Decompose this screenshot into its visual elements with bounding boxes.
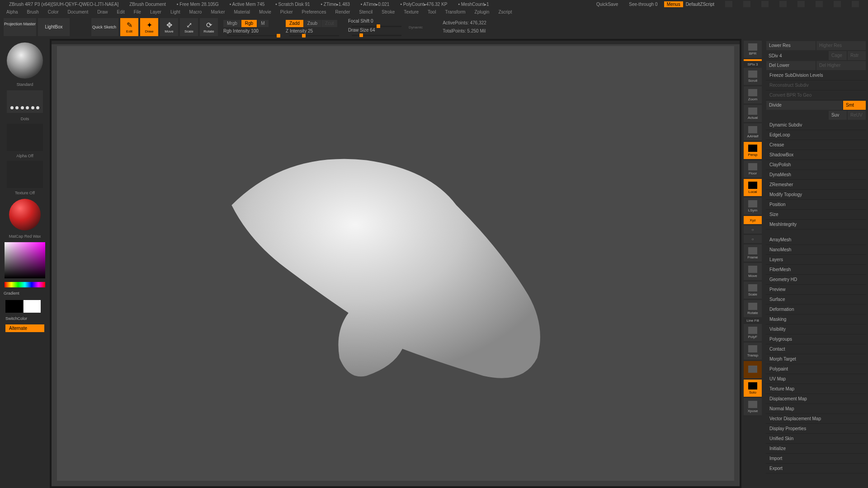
section-crease[interactable]: Crease	[766, 140, 866, 150]
section-surface[interactable]: Surface	[766, 295, 866, 305]
menu-render[interactable]: Render	[335, 9, 350, 14]
rotate-mode-button[interactable]: ⟳Rotate	[200, 18, 218, 36]
aahalf-button[interactable]: AAHalf	[744, 123, 762, 141]
window-button-3[interactable]	[761, 1, 769, 7]
window-button-5[interactable]	[797, 1, 805, 7]
window-button-2[interactable]	[743, 1, 750, 7]
menu-transform[interactable]: Transform	[445, 9, 465, 14]
edit-mode-button[interactable]: ✎Edit	[120, 18, 138, 36]
section-deformation[interactable]: Deformation	[766, 305, 866, 314]
focal-shift-slider[interactable]	[352, 26, 401, 27]
secondary-color-swatch[interactable]	[5, 300, 23, 313]
material-selector[interactable]	[9, 199, 41, 230]
section-layers[interactable]: Layers	[766, 255, 866, 265]
section-arraymesh[interactable]: ArrayMesh	[766, 235, 866, 245]
rgb-button[interactable]: Rgb	[241, 20, 257, 27]
axis-y-button[interactable]: ○	[744, 225, 762, 234]
section-morph-target[interactable]: Morph Target	[766, 354, 866, 364]
move-mode-button[interactable]: ✥Move	[160, 18, 178, 36]
menu-light[interactable]: Light	[170, 9, 180, 14]
menu-zplugin[interactable]: Zplugin	[475, 9, 490, 14]
section-edgeloop[interactable]: EdgeLoop	[766, 130, 866, 140]
hue-strip[interactable]	[5, 282, 45, 287]
projection-master-button[interactable]: Projection Master	[4, 18, 36, 36]
section-initialize[interactable]: Initialize	[766, 444, 866, 454]
convert-bpr-button[interactable]: Convert BPR To Geo	[766, 90, 866, 100]
quicksave-button[interactable]: QuickSave	[596, 2, 618, 7]
cage-button[interactable]: Cage	[829, 51, 847, 60]
section-fibermesh[interactable]: FiberMesh	[766, 265, 866, 275]
del-lower-button[interactable]: Del Lower	[766, 61, 816, 70]
persp-button[interactable]: Persp	[744, 142, 762, 159]
scale-view-button[interactable]: Scale	[744, 282, 762, 299]
menu-marker[interactable]: Marker	[211, 9, 225, 14]
menu-draw[interactable]: Draw	[97, 9, 108, 14]
section-texture-map[interactable]: Texture Map	[766, 384, 866, 394]
section-export[interactable]: Export	[766, 464, 866, 474]
spix-label[interactable]: SPix 3	[747, 62, 758, 66]
section-visibility[interactable]: Visibility	[766, 324, 866, 334]
lower-res-button[interactable]: Lower Res	[766, 41, 816, 50]
menu-zscript[interactable]: Zscript	[498, 9, 512, 14]
seethrough-slider[interactable]: See-through 0	[629, 2, 657, 7]
actual-button[interactable]: Actual	[744, 105, 762, 122]
color-picker[interactable]	[5, 242, 45, 278]
xyz-button[interactable]: Xyz	[744, 216, 762, 224]
del-higher-button[interactable]: Del Higher	[816, 61, 866, 70]
zoom-button[interactable]: Zoom	[744, 86, 762, 103]
rotate-view-button[interactable]: Rotate	[744, 300, 762, 317]
local-button[interactable]: Local	[744, 179, 762, 196]
section-import[interactable]: Import	[766, 454, 866, 464]
section-shadowbox[interactable]: ShadowBox	[766, 150, 866, 160]
section-meshintegrity[interactable]: MeshIntegrity	[766, 220, 866, 230]
polyf-button[interactable]: PolyF	[744, 324, 762, 341]
ghost-button[interactable]	[744, 361, 762, 378]
scroll-button[interactable]: Scroll	[744, 68, 762, 85]
brush-selector[interactable]	[7, 42, 43, 79]
menu-material[interactable]: Material	[234, 9, 250, 14]
window-close[interactable]	[852, 1, 859, 7]
viewport[interactable]	[57, 46, 734, 481]
section-uv-map[interactable]: UV Map	[766, 374, 866, 384]
sdiv-slider[interactable]: SDiv 4	[766, 52, 828, 59]
move-view-button[interactable]: Move	[744, 263, 762, 280]
section-normal-map[interactable]: Normal Map	[766, 404, 866, 414]
freeze-subdiv-button[interactable]: Freeze SubDivision Levels	[766, 70, 866, 80]
draw-mode-button[interactable]: ✦Draw	[140, 18, 158, 36]
section-polypaint[interactable]: Polypaint	[766, 364, 866, 374]
section-nanomesh[interactable]: NanoMesh	[766, 245, 866, 255]
reuv-button[interactable]: ReUV	[848, 111, 866, 120]
gradient-label[interactable]: Gradient	[2, 289, 48, 297]
section-modify-topology[interactable]: Modify Topology	[766, 190, 866, 200]
section-dynamesh[interactable]: DynaMesh	[766, 170, 866, 180]
menu-movie[interactable]: Movie	[259, 9, 271, 14]
default-zscript[interactable]: DefaultZScript	[686, 2, 714, 7]
canvas-area[interactable]	[52, 41, 740, 486]
section-contact[interactable]: Contact	[766, 344, 866, 354]
alpha-selector[interactable]	[7, 124, 43, 151]
suv-button[interactable]: Suv	[829, 111, 847, 120]
menu-tool[interactable]: Tool	[428, 9, 436, 14]
menu-layer[interactable]: Layer	[150, 9, 161, 14]
section-preview[interactable]: Preview	[766, 285, 866, 295]
menu-brush[interactable]: Brush	[27, 9, 39, 14]
scale-mode-button[interactable]: ⤢Scale	[180, 18, 198, 36]
z-intensity-slider[interactable]	[289, 35, 339, 36]
mesh-object[interactable]	[179, 124, 572, 394]
section-displacement-map[interactable]: Displacement Map	[766, 394, 866, 404]
higher-res-button[interactable]: Higher Res	[816, 41, 866, 50]
m-button[interactable]: M	[257, 20, 268, 27]
stroke-selector[interactable]	[7, 90, 43, 113]
menu-document[interactable]: Document	[68, 9, 89, 14]
switchcolor-button[interactable]: SwitchColor	[2, 315, 48, 322]
section-position[interactable]: Position	[766, 200, 866, 210]
window-minimize[interactable]	[816, 1, 823, 7]
quick-sketch-button[interactable]: Quick Sketch	[91, 18, 118, 36]
zadd-button[interactable]: Zadd	[286, 20, 303, 27]
section-unified-skin[interactable]: Unified Skin	[766, 434, 866, 444]
menu-alpha[interactable]: Alpha	[6, 9, 18, 14]
menu-stroke[interactable]: Stroke	[382, 9, 395, 14]
section-claypolish[interactable]: ClayPolish	[766, 160, 866, 170]
floor-button[interactable]: Floor	[744, 160, 762, 178]
lightbox-button[interactable]: LightBox	[38, 18, 70, 36]
